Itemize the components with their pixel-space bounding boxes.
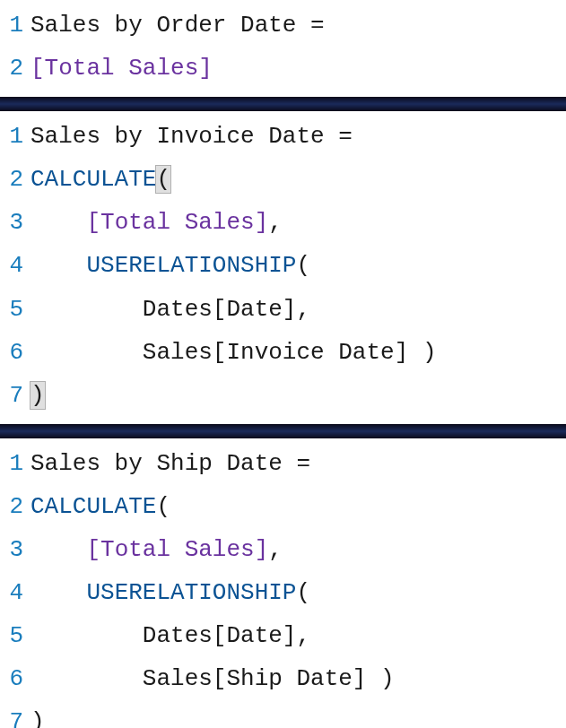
- block-separator: [0, 97, 566, 111]
- code-token: [30, 536, 86, 563]
- line-number: 1: [0, 442, 23, 485]
- code-content[interactable]: [Total Sales],: [23, 201, 283, 244]
- code-line[interactable]: 7): [0, 374, 566, 417]
- code-token: USERELATIONSHIP: [86, 252, 296, 279]
- code-line[interactable]: 4 USERELATIONSHIP(: [0, 571, 566, 614]
- code-content[interactable]: Sales by Invoice Date =: [23, 115, 353, 158]
- code-token: [30, 579, 86, 606]
- block-separator: [0, 424, 566, 438]
- measure-sales-by-invoice-date[interactable]: 1Sales by Invoice Date =2CALCULATE(3 [To…: [0, 111, 566, 424]
- code-token: CALCULATE: [30, 493, 156, 520]
- code-line[interactable]: 2CALCULATE(: [0, 485, 566, 528]
- code-token: ): [30, 708, 45, 728]
- code-content[interactable]: ): [23, 700, 45, 728]
- code-token: Dates[Date]: [143, 622, 297, 649]
- code-token: CALCULATE: [30, 166, 156, 193]
- code-content[interactable]: CALCULATE(: [23, 485, 170, 528]
- code-line[interactable]: 2CALCULATE(: [0, 158, 566, 201]
- line-number: 4: [0, 244, 23, 287]
- code-line[interactable]: 7): [0, 700, 566, 728]
- code-token: (: [296, 579, 310, 606]
- code-token: (: [156, 493, 170, 520]
- code-token: =: [296, 450, 310, 477]
- line-number: 2: [0, 158, 23, 201]
- code-token: ): [380, 665, 395, 692]
- code-content[interactable]: CALCULATE(: [23, 158, 170, 201]
- code-token: Dates[Date]: [143, 296, 297, 323]
- code-token: =: [338, 123, 353, 150]
- line-number: 2: [0, 485, 23, 528]
- code-line[interactable]: 6 Sales[Ship Date] ): [0, 657, 566, 700]
- code-line[interactable]: 5 Dates[Date],: [0, 614, 566, 657]
- line-number: 1: [0, 115, 23, 158]
- code-token: [30, 622, 143, 649]
- code-content[interactable]: [Total Sales],: [23, 528, 283, 571]
- line-number: 4: [0, 571, 23, 614]
- code-token: [30, 665, 143, 692]
- code-content[interactable]: Sales[Ship Date] ): [23, 657, 395, 700]
- code-content[interactable]: Dates[Date],: [23, 288, 310, 331]
- line-number: 6: [0, 331, 23, 374]
- code-token: (: [156, 166, 170, 193]
- dax-editor-stack: 1Sales by Order Date =2[Total Sales]1Sal…: [0, 0, 566, 728]
- code-token: ,: [296, 296, 310, 323]
- measure-sales-by-ship-date[interactable]: 1Sales by Ship Date =2CALCULATE(3 [Total…: [0, 438, 566, 728]
- code-line[interactable]: 4 USERELATIONSHIP(: [0, 244, 566, 287]
- code-token: [30, 296, 143, 323]
- code-line[interactable]: 1Sales by Ship Date =: [0, 442, 566, 485]
- line-number: 3: [0, 201, 23, 244]
- code-line[interactable]: 5 Dates[Date],: [0, 288, 566, 331]
- code-line[interactable]: 3 [Total Sales],: [0, 528, 566, 571]
- code-token: ): [422, 339, 437, 366]
- line-number: 1: [0, 4, 23, 47]
- code-token: [Total Sales]: [86, 209, 268, 236]
- code-content[interactable]: ): [23, 374, 45, 417]
- line-number: 7: [0, 374, 23, 417]
- code-content[interactable]: Sales by Order Date =: [23, 4, 325, 47]
- line-number: 6: [0, 657, 23, 700]
- code-content[interactable]: Dates[Date],: [23, 614, 310, 657]
- code-content[interactable]: [Total Sales]: [23, 47, 213, 90]
- code-token: [Total Sales]: [30, 55, 213, 82]
- code-token: =: [310, 12, 325, 39]
- code-token: ): [30, 382, 45, 409]
- code-token: [30, 252, 86, 279]
- code-token: Sales by Order Date: [30, 12, 310, 39]
- code-token: Sales[Invoice Date]: [143, 339, 408, 366]
- code-token: Sales[Ship Date]: [143, 665, 367, 692]
- line-number: 2: [0, 47, 23, 90]
- code-content[interactable]: Sales[Invoice Date] ): [23, 331, 437, 374]
- code-content[interactable]: USERELATIONSHIP(: [23, 244, 310, 287]
- code-line[interactable]: 6 Sales[Invoice Date] ): [0, 331, 566, 374]
- code-token: [Total Sales]: [86, 536, 268, 563]
- code-token: [30, 209, 86, 236]
- code-token: ,: [268, 536, 283, 563]
- code-line[interactable]: 1Sales by Order Date =: [0, 4, 566, 47]
- code-token: (: [296, 252, 310, 279]
- code-token: [408, 339, 422, 366]
- code-line[interactable]: 3 [Total Sales],: [0, 201, 566, 244]
- code-token: ,: [268, 209, 283, 236]
- code-token: [30, 339, 143, 366]
- code-line[interactable]: 2[Total Sales]: [0, 47, 566, 90]
- code-token: Sales by Ship Date: [30, 450, 296, 477]
- code-token: [366, 665, 380, 692]
- line-number: 5: [0, 288, 23, 331]
- code-content[interactable]: Sales by Ship Date =: [23, 442, 310, 485]
- measure-sales-by-order-date[interactable]: 1Sales by Order Date =2[Total Sales]: [0, 0, 566, 97]
- code-line[interactable]: 1Sales by Invoice Date =: [0, 115, 566, 158]
- line-number: 3: [0, 528, 23, 571]
- code-content[interactable]: USERELATIONSHIP(: [23, 571, 310, 614]
- line-number: 5: [0, 614, 23, 657]
- code-token: ,: [296, 622, 310, 649]
- code-token: USERELATIONSHIP: [86, 579, 296, 606]
- line-number: 7: [0, 700, 23, 728]
- code-token: Sales by Invoice Date: [30, 123, 338, 150]
